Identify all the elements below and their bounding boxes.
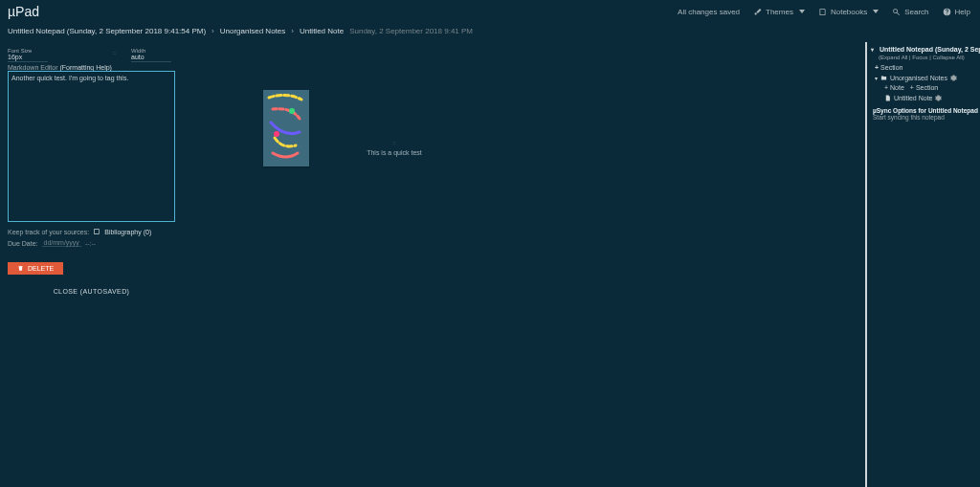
chevron-down-icon bbox=[799, 10, 805, 13]
help-label: Help bbox=[955, 8, 970, 16]
drawing-icon bbox=[263, 90, 309, 166]
add-section-button[interactable]: + Section bbox=[875, 64, 976, 71]
markdown-textarea[interactable] bbox=[8, 71, 175, 222]
crumb-timestamp: Sunday, 2 September 2018 9:41 PM bbox=[349, 27, 473, 35]
notebooks-label: Notebooks bbox=[831, 8, 867, 16]
editor-panel: Font Size 16px :: Width auto Markdown Ed… bbox=[0, 42, 177, 487]
search-label: Search bbox=[904, 8, 928, 16]
tree-title-text: Untitled Notepad (Sunday, 2 September 2… bbox=[880, 46, 980, 53]
paintbrush-icon bbox=[753, 8, 762, 16]
tree-note-label: Untitled Note bbox=[894, 95, 932, 101]
markdown-editor-label: Markdown Editor (Formatting Help) bbox=[8, 64, 171, 71]
delete-button[interactable]: DELETE bbox=[8, 262, 63, 275]
crumb-note[interactable]: Untitled Note bbox=[300, 27, 344, 35]
help-button[interactable]: Help bbox=[943, 8, 970, 16]
tree-notepad-title[interactable]: ▾ Untitled Notepad (Sunday, 2 September … bbox=[871, 46, 976, 53]
due-time-input[interactable]: --:-- bbox=[85, 240, 96, 247]
add-note-button[interactable]: + Note bbox=[884, 84, 904, 91]
help-icon bbox=[943, 8, 951, 16]
drag-handle-icon[interactable]: :: bbox=[355, 140, 434, 145]
chevron-down-icon: ▾ bbox=[871, 46, 874, 53]
bibliography-prefix: Keep track of your sources: bbox=[8, 229, 89, 235]
formatting-help-link[interactable]: (Formatting Help) bbox=[59, 64, 111, 71]
crumb-notepad[interactable]: Untitled Notepad (Sunday, 2 September 20… bbox=[8, 27, 206, 35]
chevron-down-icon: ▾ bbox=[875, 75, 878, 81]
search-button[interactable]: Search bbox=[892, 8, 928, 16]
close-button[interactable]: CLOSE (AUTOSAVED) bbox=[8, 288, 175, 295]
chevron-right-icon: › bbox=[291, 27, 294, 35]
save-status: All changes saved bbox=[678, 8, 740, 16]
themes-menu[interactable]: Themes bbox=[753, 8, 805, 16]
tree-section-label: Unorganised Notes bbox=[890, 75, 947, 81]
svg-point-1 bbox=[289, 108, 295, 114]
delete-button-label: DELETE bbox=[28, 265, 54, 272]
add-subsection-button[interactable]: + Section bbox=[910, 84, 938, 91]
chevron-down-icon bbox=[873, 10, 879, 13]
plus-icon: + bbox=[910, 84, 914, 91]
bibliography-row: Keep track of your sources: Bibliography… bbox=[8, 228, 171, 235]
topbar: µPad All changes saved Themes Notebooks … bbox=[0, 0, 980, 23]
sync-start-link[interactable]: Start syncing this notepad bbox=[873, 114, 976, 121]
file-icon bbox=[884, 95, 891, 101]
breadcrumb: Untitled Notepad (Sunday, 2 September 20… bbox=[0, 23, 980, 38]
tree-note-item[interactable]: Untitled Note bbox=[884, 95, 976, 101]
trash-icon bbox=[17, 265, 24, 272]
sync-heading: µSync Options for Untitled Notepad (Sund… bbox=[873, 107, 976, 114]
themes-label: Themes bbox=[766, 8, 793, 16]
main-container: Font Size 16px :: Width auto Markdown Ed… bbox=[0, 42, 980, 487]
tree-add-row: + Note + Section bbox=[884, 84, 976, 91]
note-canvas[interactable]: :: This is a quick test bbox=[177, 42, 863, 487]
crumb-section[interactable]: Unorganised Notes bbox=[220, 27, 285, 35]
bibliography-link[interactable]: Bibliography (0) bbox=[104, 229, 151, 235]
save-status-text: All changes saved bbox=[678, 8, 740, 16]
tree-section-item[interactable]: ▾ Unorganised Notes bbox=[875, 75, 976, 81]
canvas-text-content: This is a quick test bbox=[355, 149, 434, 156]
book-icon bbox=[818, 8, 827, 16]
canvas-drawing-element[interactable] bbox=[263, 90, 309, 166]
add-section-label: Section bbox=[880, 64, 902, 71]
plus-icon: + bbox=[875, 64, 879, 71]
drag-handle-icon[interactable]: :: bbox=[113, 50, 116, 55]
due-date-row: Due Date: dd/mm/yyyy --:-- bbox=[8, 239, 171, 247]
plus-icon: + bbox=[884, 84, 888, 91]
width-input[interactable]: auto bbox=[131, 54, 171, 62]
font-size-input[interactable]: 16px bbox=[8, 54, 48, 62]
notebooks-menu[interactable]: Notebooks bbox=[818, 8, 879, 16]
gear-icon[interactable] bbox=[950, 75, 957, 81]
gear-icon[interactable] bbox=[935, 95, 942, 101]
svg-point-0 bbox=[274, 131, 279, 137]
outline-sidebar: ▾ Untitled Notepad (Sunday, 2 September … bbox=[865, 42, 980, 487]
search-icon bbox=[892, 8, 901, 16]
chevron-right-icon: › bbox=[212, 27, 214, 35]
folder-icon bbox=[880, 75, 887, 81]
brand-logo: µPad bbox=[8, 4, 39, 19]
canvas-text-element[interactable]: :: This is a quick test bbox=[355, 138, 434, 156]
tree-controls[interactable]: (Expand All | Focus | Collapse All) bbox=[879, 55, 976, 60]
due-date-label: Due Date: bbox=[8, 240, 38, 247]
due-date-input[interactable]: dd/mm/yyyy bbox=[42, 239, 81, 247]
book-icon bbox=[93, 228, 100, 235]
